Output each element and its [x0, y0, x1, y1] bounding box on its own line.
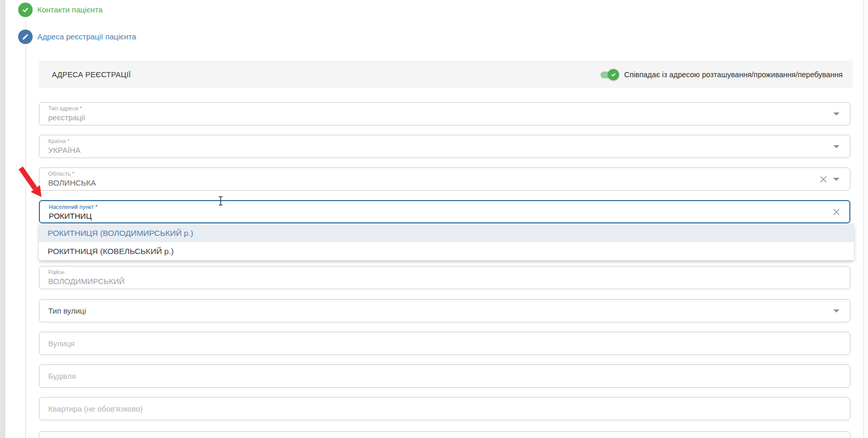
street-type-placeholder: Тип вулиці — [48, 300, 86, 322]
country-label: Країна * — [48, 138, 69, 144]
toggle-label: Співпадає із адресою розташування/прожив… — [624, 70, 843, 79]
suggestion-option[interactable]: РОКИТНИЦЯ (КОВЕЛЬСЬКИЙ р.) — [39, 242, 854, 260]
toggle-knob — [608, 69, 619, 80]
apartment-field[interactable]: Квартира (не обов'язково) — [39, 397, 850, 420]
same-address-toggle-group: Співпадає із адресою розташування/прожив… — [599, 61, 843, 88]
address-type-field[interactable]: Тип адреси * реєстрації — [39, 102, 850, 125]
suggestion-option[interactable]: РОКИТНИЦЯ (ВОЛОДИМИРСЬКИЙ р.) — [39, 224, 854, 242]
check-icon — [21, 6, 30, 14]
street-placeholder: Вулиця — [48, 332, 75, 355]
settlement-value: РОКИТНИЦ — [49, 211, 92, 220]
pencil-icon — [22, 33, 29, 40]
chevron-down-icon[interactable] — [833, 309, 839, 313]
street-type-field[interactable]: Тип вулиці — [39, 299, 850, 322]
district-label: Район — [48, 269, 64, 275]
section-title: АДРЕСА РЕЄСТРАЦІЇ — [52, 70, 131, 79]
settlement-suggestions-panel: РОКИТНИЦЯ (ВОЛОДИМИРСЬКИЙ р.) РОКИТНИЦЯ … — [39, 224, 854, 260]
address-type-value: реєстрації — [48, 113, 85, 122]
country-value: УКРАЇНА — [48, 146, 80, 154]
district-field[interactable]: Район ВОЛОДИМИРСЬКИЙ — [39, 266, 850, 289]
same-address-toggle[interactable] — [599, 69, 619, 80]
step-completed-icon-circle[interactable] — [18, 3, 33, 17]
step-address-label[interactable]: Адреса реєстрації пацієнта — [37, 32, 136, 41]
country-field[interactable]: Країна * УКРАЇНА — [39, 135, 850, 158]
address-type-label: Тип адреси * — [48, 105, 82, 111]
settlement-label: Населений пункт * — [49, 204, 97, 210]
region-label: Область * — [48, 171, 75, 177]
region-field[interactable]: Область * ВОЛИНСЬКА — [39, 167, 850, 191]
patient-registration-address-screen: Контакти пацієнта Адреса реєстрації паці… — [0, 0, 868, 438]
building-field[interactable]: Будівля — [39, 364, 850, 388]
next-field-partial[interactable] — [39, 431, 850, 438]
scrollbar[interactable] — [863, 0, 868, 438]
clear-icon[interactable] — [819, 175, 828, 184]
step-active-icon-circle[interactable] — [18, 30, 33, 44]
clear-icon[interactable] — [832, 207, 841, 217]
region-value: ВОЛИНСЬКА — [48, 178, 96, 187]
chevron-down-icon[interactable] — [833, 178, 839, 181]
check-icon — [610, 72, 617, 78]
settlement-field[interactable]: Населений пункт * РОКИТНИЦ — [39, 200, 850, 223]
step-contacts-label[interactable]: Контакти пацієнта — [37, 5, 103, 15]
street-field[interactable]: Вулиця — [39, 332, 850, 355]
stepper-connector — [25, 47, 26, 438]
left-gutter — [0, 0, 5, 438]
district-value: ВОЛОДИМИРСЬКИЙ — [48, 277, 124, 286]
stepper-connector — [25, 20, 26, 27]
registration-address-header: АДРЕСА РЕЄСТРАЦІЇ Співпадає із адресою р… — [39, 61, 853, 88]
text-cursor-icon — [218, 196, 223, 206]
chevron-down-icon[interactable] — [833, 145, 839, 148]
chevron-down-icon[interactable] — [833, 112, 839, 116]
apartment-placeholder: Квартира (не обов'язково) — [48, 398, 143, 420]
building-placeholder: Будівля — [48, 365, 76, 387]
